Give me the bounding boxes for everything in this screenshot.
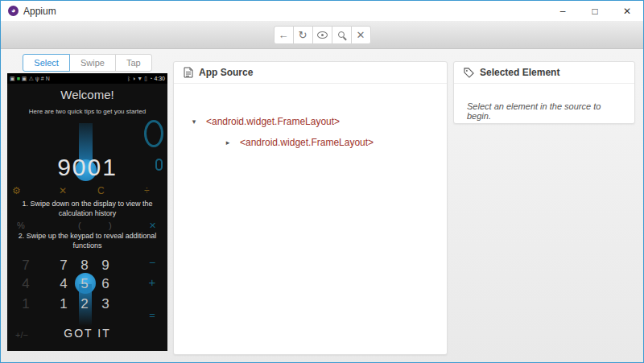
keypad-digit: 8 <box>76 258 93 274</box>
close-session-icon: ✕ <box>357 29 365 41</box>
eye-icon <box>317 31 328 39</box>
welcome-subheading: Here are two quick tips to get you start… <box>7 108 167 115</box>
got-it-button: GOT IT <box>7 327 167 340</box>
titlebar: ◕ Appium – □ ✕ <box>1 1 643 21</box>
tip1-line1: 1. Swipe down on the display to view the <box>7 200 167 208</box>
main-content: Select Swipe Tap ▣ ■ ▣ ⚠ ψ # N ᛒ ◑ ▼ ▯ ◔ <box>1 49 643 362</box>
tip1-line2: calculation history <box>7 209 167 217</box>
gear-icon: ⚙ <box>12 185 21 196</box>
minimize-button[interactable]: – <box>547 1 579 21</box>
minus-key: − <box>144 256 160 269</box>
tag-icon <box>464 68 474 78</box>
interaction-mode-tabs: Select Swipe Tap <box>7 54 167 72</box>
clear-button-outline <box>144 120 163 147</box>
equals-key: = <box>144 309 160 321</box>
keypad-digit: 4 <box>55 276 72 292</box>
refresh-button[interactable]: ↻ <box>293 26 313 44</box>
battery-icon: ▯ <box>144 76 147 81</box>
selected-element-panel: Selected Element Select an element in th… <box>453 61 635 124</box>
tip2-line1: 2. Swipe up the keypad to reveal additio… <box>7 232 167 240</box>
keypad-faint-digit: 1 <box>17 296 35 312</box>
app-source-header: App Source <box>174 62 447 84</box>
usb-icon: ψ <box>35 76 39 81</box>
warning-icon: ⚠ <box>28 76 33 81</box>
multiply-key: ✕ <box>149 221 156 231</box>
caret-right-icon[interactable]: ▸ <box>224 138 232 146</box>
tab-swipe[interactable]: Swipe <box>69 54 116 72</box>
maximize-button[interactable]: □ <box>579 1 611 21</box>
toolbar: ← ↻ ✕ <box>1 21 643 49</box>
close-button[interactable]: ✕ <box>611 1 643 21</box>
keypad-faint-digit: 7 <box>17 258 35 274</box>
keypad-digit: 6 <box>97 276 114 292</box>
keypad-digit: 1 <box>55 296 72 312</box>
toolbar-button-group: ← ↻ ✕ <box>274 26 371 44</box>
statusbar-time: 4:30 <box>154 76 165 81</box>
appium-logo-icon: ◕ <box>8 6 19 16</box>
notification-icon: # <box>41 76 44 81</box>
clock-icon: ◔ <box>149 76 152 81</box>
tip2-line2: functions <box>7 241 167 250</box>
digit-outline <box>155 159 163 171</box>
back-icon: ← <box>279 29 289 41</box>
window-title: Appium <box>23 6 56 17</box>
wifi-icon: ▼ <box>137 76 142 81</box>
paren-close-key: ) <box>109 221 112 230</box>
keypad-digit: 3 <box>97 296 114 312</box>
notification-icon: ▣ <box>22 76 27 81</box>
caret-down-icon[interactable]: ▾ <box>190 118 198 126</box>
data-icon: ◑ <box>132 76 135 81</box>
refresh-icon: ↻ <box>299 29 308 41</box>
tab-select[interactable]: Select <box>23 54 70 72</box>
app-source-panel: App Source ▾ <android.widget.FrameLayout… <box>173 61 448 355</box>
keypad-digit: 7 <box>55 258 72 274</box>
search-icon <box>338 31 345 38</box>
quit-session-button[interactable]: ✕ <box>351 26 371 44</box>
percent-key: % <box>17 221 25 230</box>
bluetooth-icon: ᛒ <box>127 76 130 81</box>
screenshot-overlay-button[interactable] <box>312 26 332 44</box>
paren-open-key: ( <box>78 221 81 230</box>
source-tree: ▾ <android.widget.FrameLayout> ▸ <androi… <box>174 84 447 153</box>
appium-window: ◕ Appium – □ ✕ ← ↻ ✕ <box>0 0 644 363</box>
selected-element-title: Selected Element <box>480 67 559 78</box>
calculator-display: 9001 <box>7 154 167 181</box>
selected-element-header: Selected Element <box>454 62 634 84</box>
tree-node-root-framelayout[interactable]: ▾ <android.widget.FrameLayout> <box>190 111 447 132</box>
device-screenshot[interactable]: ▣ ■ ▣ ⚠ ψ # N ᛒ ◑ ▼ ▯ ◔ 4:30 Welcome! He… <box>7 73 167 351</box>
plus-key: + <box>144 275 160 289</box>
tree-node-child-framelayout[interactable]: ▸ <android.widget.FrameLayout> <box>224 132 447 153</box>
statusbar-right: ᛒ ◑ ▼ ▯ ◔ 4:30 <box>127 76 165 81</box>
selected-element-empty-message: Select an element in the source to begin… <box>454 84 634 121</box>
app-source-title: App Source <box>199 67 253 78</box>
tree-node-label: <android.widget.FrameLayout> <box>240 137 374 148</box>
device-statusbar: ▣ ■ ▣ ⚠ ψ # N ᛒ ◑ ▼ ▯ ◔ 4:30 <box>7 73 167 84</box>
notification-icon: ▣ <box>10 76 15 81</box>
battery-saver-icon: ■ <box>17 76 20 81</box>
welcome-heading: Welcome! <box>7 88 167 101</box>
file-text-icon <box>184 67 193 78</box>
nfc-icon: N <box>46 76 50 81</box>
search-button[interactable] <box>332 26 352 44</box>
keypad-digit: 2 <box>76 296 93 312</box>
divide-key: ÷ <box>144 185 150 196</box>
back-button[interactable]: ← <box>274 26 294 44</box>
keypad-faint-digit: 4 <box>17 276 35 292</box>
keypad-digit: 9 <box>97 258 114 274</box>
keypad-digit: 5 <box>76 276 93 292</box>
window-controls: – □ ✕ <box>547 1 643 21</box>
tree-node-label: <android.widget.FrameLayout> <box>206 116 340 127</box>
backspace-icon: ✕ <box>59 185 67 196</box>
tab-tap[interactable]: Tap <box>115 54 152 72</box>
clear-key: C <box>97 185 105 196</box>
